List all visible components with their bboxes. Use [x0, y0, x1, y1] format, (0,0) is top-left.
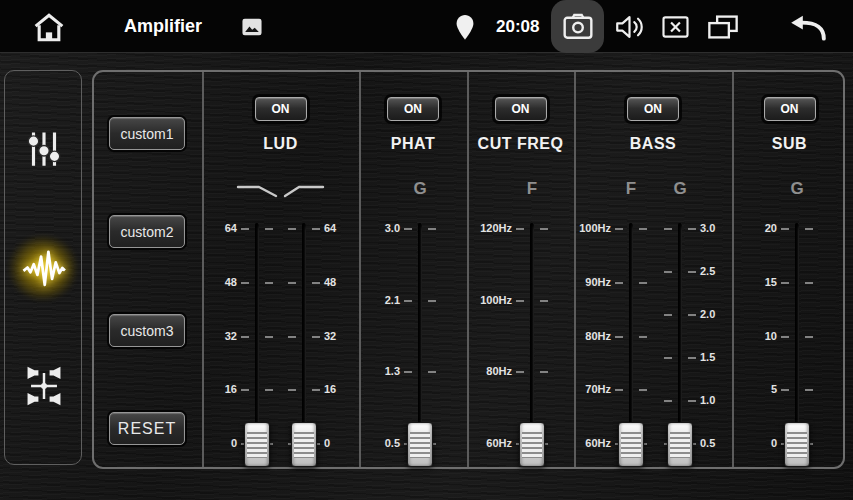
tick-mark: [241, 389, 249, 391]
on-toggle[interactable]: ON: [495, 97, 547, 121]
on-toggle[interactable]: ON: [764, 97, 816, 121]
tick-mark: [688, 228, 696, 230]
tick-mark: [265, 282, 273, 284]
back-icon: [787, 13, 828, 41]
sidebar-item-sound-effects[interactable]: [5, 239, 83, 299]
tick-mark: [312, 228, 320, 230]
slider-handle[interactable]: [291, 422, 317, 467]
channel-title: LUD: [202, 135, 359, 153]
camera-button[interactable]: [551, 0, 604, 53]
recent-apps-button[interactable]: [704, 13, 742, 41]
tick-mark: [664, 357, 672, 359]
tick-label: 90Hz: [554, 276, 611, 288]
tick-label: 100Hz: [455, 294, 512, 306]
tick-mark: [540, 371, 548, 373]
tick-mark: [615, 389, 623, 391]
tick-mark: [639, 282, 647, 284]
treble-shelf-up-icon: [282, 182, 326, 200]
tick-label: 60Hz: [455, 437, 512, 449]
tick-mark: [288, 228, 296, 230]
tick-label: 100Hz: [554, 222, 611, 234]
tick-label: 1.3: [343, 365, 400, 377]
slider-handle[interactable]: [244, 422, 270, 467]
tick-mark: [312, 336, 320, 338]
tick-label: 120Hz: [455, 222, 512, 234]
sidebar-item-equalizer[interactable]: [5, 119, 83, 179]
tick-mark: [781, 282, 789, 284]
tick-mark: [404, 300, 412, 302]
channel-lud: ONLUD644832160644832160: [202, 72, 359, 467]
on-toggle[interactable]: ON: [387, 97, 439, 121]
preset-button-custom2[interactable]: custom2: [109, 215, 185, 248]
channel-title: CUT FREQ: [467, 135, 574, 153]
tick-mark: [639, 336, 647, 338]
param-label: G: [658, 179, 702, 199]
tick-mark: [241, 228, 249, 230]
preset-column: custom1custom2custom3RESET: [94, 72, 202, 467]
volume-button[interactable]: [612, 13, 646, 41]
param-label: F: [609, 179, 653, 199]
close-window-icon: [661, 15, 690, 39]
tick-mark: [639, 228, 647, 230]
tick-mark: [428, 228, 436, 230]
home-button[interactable]: [30, 12, 68, 44]
tick-mark: [265, 336, 273, 338]
channel-title: PHAT: [359, 135, 467, 153]
tick-label: 10: [720, 330, 777, 342]
slider-handle[interactable]: [667, 422, 693, 467]
tick-label: 16: [180, 383, 237, 395]
amplifier-panel: custom1custom2custom3RESET ONLUD64483216…: [92, 70, 845, 469]
preset-button-custom1[interactable]: custom1: [109, 117, 185, 150]
location-button[interactable]: [453, 12, 477, 42]
back-button[interactable]: [785, 12, 829, 42]
on-toggle[interactable]: ON: [627, 97, 679, 121]
sidebar: [4, 70, 82, 465]
channel-sub: ONSUBG20151050: [732, 72, 847, 467]
tick-label: 80Hz: [455, 365, 512, 377]
clock: 20:08: [496, 0, 539, 53]
slider-handle[interactable]: [784, 422, 810, 467]
tick-mark: [664, 400, 672, 402]
tick-mark: [639, 389, 647, 391]
tick-mark: [805, 228, 813, 230]
tick-mark: [781, 228, 789, 230]
page-title: Amplifier: [124, 0, 202, 53]
preset-button-custom3[interactable]: custom3: [109, 314, 185, 347]
param-label: G: [775, 179, 819, 199]
tick-mark: [428, 371, 436, 373]
location-pin-icon: [455, 14, 475, 41]
tick-label: 0: [180, 437, 237, 449]
sidebar-item-fade-balance[interactable]: [5, 356, 83, 416]
tick-mark: [404, 228, 412, 230]
channel-title: BASS: [574, 135, 732, 153]
tick-label: 48: [180, 276, 237, 288]
tick-mark: [615, 282, 623, 284]
slider-handle[interactable]: [519, 422, 545, 467]
slider-handle[interactable]: [618, 422, 644, 467]
tick-mark: [540, 228, 548, 230]
sound-effect-waveform-icon: [21, 247, 67, 291]
tick-mark: [404, 371, 412, 373]
preset-button-reset[interactable]: RESET: [109, 412, 185, 445]
tick-mark: [781, 336, 789, 338]
tick-label: 5: [720, 383, 777, 395]
close-window-button[interactable]: [659, 14, 691, 40]
gallery-button[interactable]: [240, 16, 264, 38]
tick-mark: [241, 282, 249, 284]
channel-bass: ONBASSF100Hz90Hz80Hz70Hz60HzG3.02.52.01.…: [574, 72, 732, 467]
tick-mark: [664, 271, 672, 273]
tick-mark: [312, 282, 320, 284]
on-toggle[interactable]: ON: [255, 97, 307, 121]
tick-label: 15: [720, 276, 777, 288]
tick-mark: [288, 336, 296, 338]
param-label: G: [398, 179, 442, 199]
slider-handle[interactable]: [407, 422, 433, 467]
tick-mark: [805, 389, 813, 391]
treble-shelf-down-icon: [235, 182, 279, 200]
tick-mark: [615, 336, 623, 338]
home-icon: [32, 13, 66, 43]
tick-mark: [241, 336, 249, 338]
gallery-icon: [241, 17, 263, 37]
tick-mark: [805, 336, 813, 338]
channel-title: SUB: [732, 135, 847, 153]
